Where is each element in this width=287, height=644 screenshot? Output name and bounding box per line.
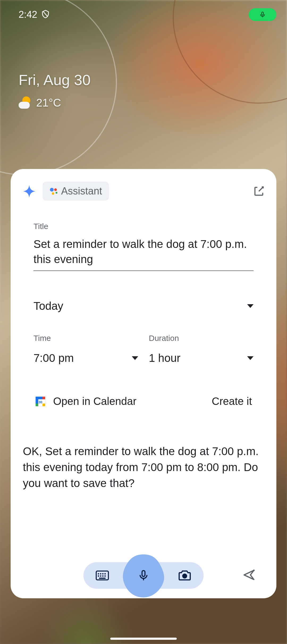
action-row: 30 Open in Calendar Create it <box>33 395 254 407</box>
status-bar: 2:42 <box>0 0 287 29</box>
home-date: Fri, Aug 30 <box>19 71 91 88</box>
svg-rect-5 <box>43 404 45 406</box>
open-in-calendar-label: Open in Calendar <box>53 395 137 407</box>
create-it-button[interactable]: Create it <box>212 395 252 407</box>
status-left: 2:42 <box>19 9 50 20</box>
assistant-response-text: OK, Set a reminder to walk the dog at 7:… <box>22 443 265 491</box>
status-time: 2:42 <box>19 9 37 20</box>
svg-rect-6 <box>36 404 38 406</box>
date-selector[interactable]: Today <box>33 300 254 312</box>
chevron-down-icon <box>247 304 254 308</box>
svg-text:30: 30 <box>39 400 42 404</box>
assistant-chip-label: Assistant <box>61 185 102 197</box>
open-external-icon[interactable] <box>253 185 265 197</box>
time-duration-row: Time 7:00 pm Duration 1 hour <box>33 334 254 365</box>
svg-point-19 <box>183 574 187 578</box>
svg-rect-7 <box>43 397 45 399</box>
privacy-shield-icon <box>41 10 50 20</box>
assistant-source-chip[interactable]: Assistant <box>43 182 109 201</box>
title-input[interactable] <box>33 231 254 271</box>
svg-line-0 <box>43 11 48 17</box>
nav-home-handle[interactable] <box>110 638 177 640</box>
google-calendar-icon: 30 <box>35 396 46 407</box>
weather-row: 21°C <box>19 96 91 109</box>
svg-rect-20 <box>142 571 145 577</box>
mic-button[interactable] <box>120 552 167 599</box>
mic-active-indicator[interactable] <box>249 8 276 21</box>
time-label: Time <box>33 334 138 343</box>
send-button[interactable] <box>242 568 256 582</box>
duration-selector[interactable]: 1 hour <box>149 352 254 365</box>
assistant-card: Assistant Title Today Time 7:00 pm Durat <box>11 169 276 598</box>
date-value: Today <box>33 300 63 312</box>
duration-label: Duration <box>149 334 254 343</box>
time-selector[interactable]: 7:00 pm <box>33 352 138 365</box>
duration-value: 1 hour <box>149 352 180 365</box>
google-assistant-icon <box>49 187 57 195</box>
weather-temperature: 21°C <box>36 96 61 109</box>
svg-point-21 <box>253 570 255 571</box>
chevron-down-icon <box>247 356 254 360</box>
title-label: Title <box>33 222 254 231</box>
assistant-input-bar <box>11 562 276 589</box>
gemini-spark-icon <box>22 184 36 198</box>
input-pill-group <box>83 562 204 589</box>
lens-camera-button[interactable] <box>178 569 191 582</box>
svg-rect-1 <box>262 12 264 15</box>
assistant-card-header: Assistant <box>22 182 265 201</box>
event-form: Title Today Time 7:00 pm Duration 1 hour <box>22 201 265 407</box>
mic-icon <box>138 570 149 581</box>
partly-cloudy-icon <box>19 96 31 109</box>
time-value: 7:00 pm <box>33 352 74 365</box>
home-date-weather-widget[interactable]: Fri, Aug 30 21°C <box>19 71 91 109</box>
open-in-calendar-button[interactable]: 30 Open in Calendar <box>35 395 137 407</box>
keyboard-button[interactable] <box>96 569 109 582</box>
chevron-down-icon <box>132 356 138 360</box>
